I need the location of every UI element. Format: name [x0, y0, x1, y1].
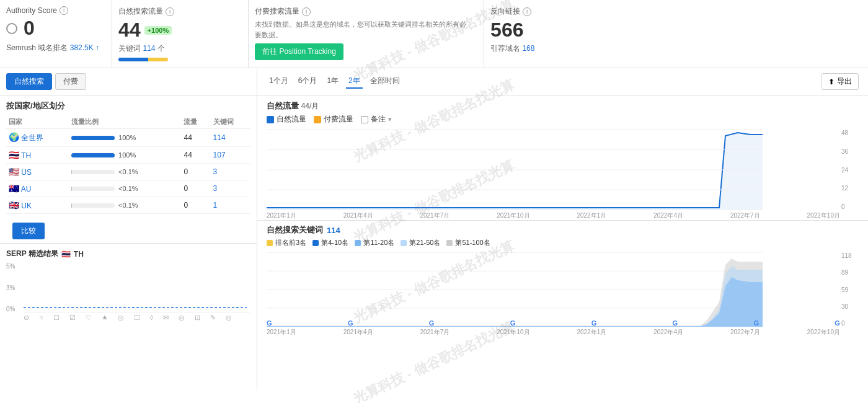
serp-icon-4: ☑: [69, 314, 76, 322]
keywords-value-cell: 3: [211, 164, 250, 180]
traffic-value-cell: 0: [181, 164, 210, 180]
authority-circle: [6, 23, 17, 34]
serp-icon-11: ◎: [179, 314, 185, 322]
serp-flag: 🇹🇭: [61, 250, 71, 259]
legend-top3: 排名前3名: [267, 238, 306, 247]
51-100-dot: [446, 240, 453, 246]
keywords-sub: 关键词 114 个: [118, 43, 236, 54]
serp-icon-6: ★: [102, 314, 108, 322]
keywords-link[interactable]: 114: [143, 44, 157, 53]
right-top-controls: 1个月 6个月 1年 2年 全部时间 ⬆ 导出: [257, 68, 868, 95]
keywords-count-link[interactable]: 114: [327, 226, 340, 235]
keywords-value-cell: 1: [211, 197, 250, 214]
traffic-value-cell: 0: [181, 180, 210, 197]
svg-marker-10: [267, 259, 763, 327]
11-20-dot: [355, 240, 361, 246]
organic-traffic-badge: +100%: [144, 26, 172, 35]
keywords-value-cell: 114: [211, 129, 250, 147]
export-icon: ⬆: [828, 78, 835, 86]
col-traffic-pct: 流量比例: [69, 115, 181, 129]
serp-icon-12: ⊡: [195, 314, 200, 322]
traffic-bar-cell: <0.1%: [69, 164, 181, 180]
table-row: 🌍 全世界 100% 44114: [6, 129, 250, 147]
country-section: 按国家/地区划分 国家 流量比例 流量 关键词 🌍 全世界 100% 44114…: [0, 95, 257, 219]
time-1month[interactable]: 1个月: [267, 74, 291, 89]
serp-icons-row: ⊙ ○ ☐ ☑ ♡ ★ ◎ ☐ ◊ ✉ ◎ ⊡ ✎ ◎: [24, 314, 250, 322]
country-name-cell: 🇬🇧 UK: [6, 197, 69, 214]
serp-chart-container: 5% 3% 0% ⊙ ○ ☐ ☑ ♡: [6, 263, 250, 325]
country-section-title: 按国家/地区划分: [6, 100, 250, 112]
left-panel: 自然搜索 付费 按国家/地区划分 国家 流量比例 流量 关键词 🌍 全世界: [0, 68, 257, 391]
authority-score-value: 0: [24, 17, 35, 39]
g-marker-6: G: [673, 319, 678, 327]
compare-section: 比较: [0, 219, 257, 243]
country-table: 国家 流量比例 流量 关键词 🌍 全世界 100% 44114🇹🇭 TH 100…: [6, 115, 250, 214]
serp-icon-3: ☐: [53, 314, 60, 322]
backlinks-block: 反向链接 i 566 引荐域名 168: [484, 0, 868, 68]
compare-button[interactable]: 比较: [12, 223, 45, 239]
authority-score-title: Authority Score i: [6, 6, 99, 15]
traffic-chart-area: 48 36 24 12 0: [267, 130, 859, 210]
g-marker-7: G: [753, 319, 759, 327]
4-10-dot: [312, 240, 319, 246]
traffic-value-cell: 0: [181, 197, 210, 214]
traffic-x-axis: 2021年1月 2021年4月 2021年7月 2021年10月 2022年1月…: [267, 211, 859, 220]
serp-icon-10: ✉: [163, 314, 169, 322]
legend-paid: 付费流量: [314, 114, 353, 125]
keywords-chart-wrapper: G G G G G G G G 118 89 59 30: [257, 252, 868, 337]
serp-title: SERP 精选结果 🇹🇭 TH: [6, 249, 250, 259]
export-button[interactable]: ⬆ 导出: [822, 73, 859, 90]
keywords-section: 自然搜索关键词 114 排名前3名 第4-10名 第11-20名: [257, 220, 868, 252]
legend-21-50: 第21-50名: [401, 238, 440, 247]
legend-paid-dot: [314, 116, 321, 123]
svg-marker-1: [267, 133, 763, 210]
semrush-rank-link[interactable]: 382.5K ↑: [70, 43, 99, 52]
backlinks-value: 566: [490, 19, 856, 41]
g-marker-1: G: [267, 319, 272, 327]
legend-4-10: 第4-10名: [312, 238, 348, 247]
table-row: 🇹🇭 TH 100% 44107: [6, 147, 250, 164]
legend-notes-dot: [361, 116, 368, 123]
paid-traffic-note: 未找到数据。如果这是您的域名，您可以获取关键词排名相关的所有必要数据。: [255, 19, 471, 40]
paid-traffic-block: 付费搜索流量 i 未找到数据。如果这是您的域名，您可以获取关键词排名相关的所有必…: [249, 0, 484, 68]
serp-icon-14: ◎: [226, 314, 232, 322]
g-marker-5: G: [591, 319, 597, 327]
traffic-svg: [267, 130, 840, 210]
g-marker-8: G: [835, 319, 840, 327]
notes-dropdown-arrow[interactable]: ▾: [388, 115, 392, 123]
col-traffic: 流量: [181, 115, 210, 129]
table-row: 🇬🇧 UK <0.1% 01: [6, 197, 250, 214]
tab-organic[interactable]: 自然搜索: [6, 73, 52, 90]
traffic-svg-container: [267, 130, 840, 210]
organic-info-icon[interactable]: i: [166, 7, 174, 16]
backlinks-title: 反向链接 i: [490, 6, 856, 17]
authority-score-info-icon[interactable]: i: [60, 6, 68, 15]
traffic-chart-wrapper: 48 36 24 12 0 2021年1月 2021年4月 2021年7月 20…: [257, 130, 868, 220]
backlinks-info-icon[interactable]: i: [523, 7, 531, 16]
traffic-value-cell: 44: [181, 129, 210, 147]
time-6months[interactable]: 6个月: [296, 74, 320, 89]
referring-domains-link[interactable]: 168: [522, 44, 534, 53]
paid-info-icon[interactable]: i: [302, 7, 311, 16]
serp-icon-9: ◊: [150, 314, 153, 322]
serp-icon-13: ✎: [210, 314, 216, 322]
keyword-distribution-bar: [118, 58, 168, 61]
top-metrics-bar: Authority Score i 0 Semrush 域名排名 382.5K …: [0, 0, 868, 68]
traffic-bar-cell: <0.1%: [69, 197, 181, 214]
time-all[interactable]: 全部时间: [368, 74, 402, 89]
keywords-chart-area: G G G G G G G G 118 89 59 30: [267, 252, 859, 327]
time-1year[interactable]: 1年: [324, 74, 341, 89]
keywords-chart-title: 自然搜索关键词 114: [267, 224, 859, 236]
keywords-value-cell: 3: [211, 180, 250, 197]
serp-icon-7: ◎: [118, 314, 124, 322]
tab-paid[interactable]: 付费: [55, 73, 86, 90]
table-row: 🇺🇸 US <0.1% 03: [6, 164, 250, 180]
21-50-dot: [401, 240, 407, 246]
keywords-svg: [267, 252, 840, 327]
legend-organic-dot: [267, 116, 274, 123]
col-keywords: 关键词: [211, 115, 250, 129]
time-2years[interactable]: 2年: [346, 74, 363, 89]
keywords-svg-container: G G G G G G G G: [267, 252, 840, 327]
country-name-cell: 🇹🇭 TH: [6, 147, 69, 164]
position-tracking-button[interactable]: 前往 Position Tracking: [255, 43, 343, 60]
